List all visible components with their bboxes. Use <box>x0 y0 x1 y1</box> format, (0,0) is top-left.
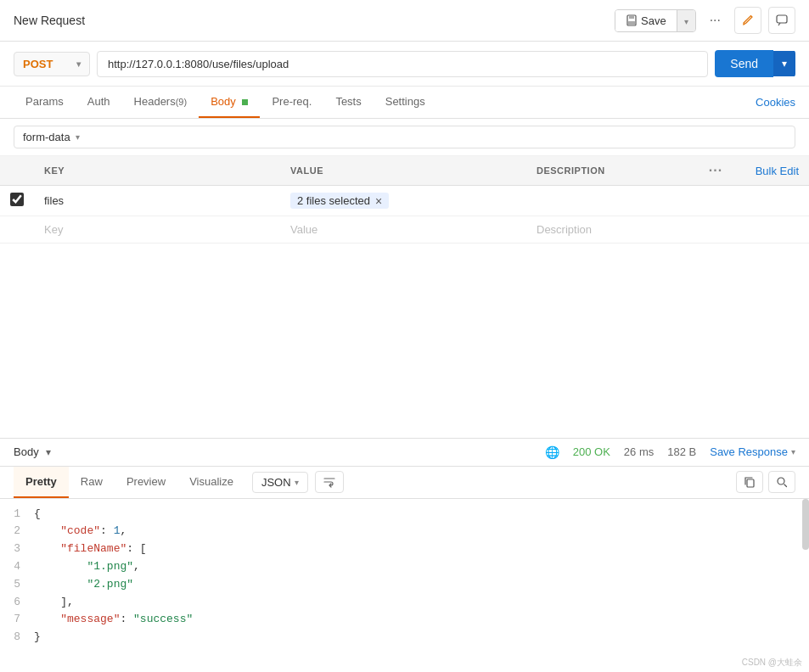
tab-headers[interactable]: Headers(9) <box>122 87 199 118</box>
send-chevron-icon: ▾ <box>782 58 787 70</box>
headers-badge: (9) <box>176 97 187 107</box>
svg-rect-1 <box>629 15 634 19</box>
request-tabs: Params Auth Headers(9) Body Pre-req. Tes… <box>14 87 437 118</box>
response-title: Body <box>14 445 39 458</box>
response-time: 26 ms <box>624 445 654 458</box>
response-title-chevron-icon[interactable]: ▾ <box>46 446 51 458</box>
save-response-button[interactable]: Save Response ▾ <box>710 445 795 458</box>
col-header-value: VALUE <box>280 156 526 186</box>
form-data-chevron-icon: ▾ <box>76 132 80 142</box>
word-wrap-icon <box>323 475 336 489</box>
placeholder-value-cell[interactable]: Value <box>280 216 526 244</box>
row-value-cell: 2 files selected × <box>280 186 526 216</box>
json-format-chevron-icon: ▾ <box>295 478 299 487</box>
send-button[interactable]: Send <box>715 50 773 77</box>
request-title: New Request <box>14 14 85 27</box>
save-dropdown-button[interactable]: ▾ <box>677 10 695 31</box>
json-format-select[interactable]: JSON ▾ <box>252 472 308 493</box>
json-line-7: 7 "message": "success" <box>0 611 809 629</box>
comment-icon-button[interactable] <box>768 7 795 34</box>
json-line-3: 3 "fileName": [ <box>0 540 809 558</box>
chevron-down-icon: ▾ <box>684 17 688 26</box>
body-active-dot <box>242 99 248 105</box>
table-more-icon[interactable]: ··· <box>709 163 722 177</box>
edit-icon-button[interactable] <box>734 7 761 34</box>
cookies-link[interactable]: Cookies <box>756 87 795 117</box>
more-options-button[interactable]: ··· <box>703 9 728 31</box>
files-selected-label: 2 files selected <box>297 194 370 207</box>
word-wrap-button[interactable] <box>315 471 344 493</box>
files-selected-tag[interactable]: 2 files selected × <box>290 193 389 209</box>
col-header-bulk: Bulk Edit <box>741 156 809 186</box>
json-line-4: 4 "1.png", <box>0 558 809 576</box>
url-input[interactable] <box>97 51 708 77</box>
url-bar: POST ▾ Send ▾ <box>0 42 809 87</box>
form-data-label: form-data <box>23 131 70 143</box>
response-tab-visualize[interactable]: Visualize <box>177 467 245 498</box>
tab-body[interactable]: Body <box>199 87 260 118</box>
response-tabs: Pretty Raw Preview Visualize JSON ▾ <box>14 467 344 498</box>
col-header-actions: ··· <box>690 156 741 186</box>
tab-settings[interactable]: Settings <box>374 87 437 118</box>
col-header-description: DESCRIPTION <box>526 156 690 186</box>
json-line-6: 6 ], <box>0 594 809 612</box>
row-desc-cell <box>526 186 690 216</box>
files-tag-remove-icon[interactable]: × <box>375 195 382 207</box>
globe-icon: 🌐 <box>545 445 559 459</box>
svg-rect-2 <box>628 21 635 25</box>
header-left: New Request <box>14 14 85 27</box>
header-right: Save ▾ ··· <box>615 7 795 34</box>
save-icon <box>626 14 638 26</box>
placeholder-key-cell[interactable]: Key <box>34 216 280 244</box>
svg-point-5 <box>778 478 784 484</box>
method-select[interactable]: POST ▾ <box>14 52 90 76</box>
save-button[interactable]: Save <box>615 10 677 31</box>
scrollbar[interactable] <box>802 499 809 550</box>
json-line-1: 1 { <box>0 506 809 524</box>
response-tab-pretty[interactable]: Pretty <box>14 467 69 498</box>
send-dropdown-button[interactable]: ▾ <box>773 51 795 76</box>
copy-icon <box>744 476 756 488</box>
json-line-8: 8 } <box>0 629 809 647</box>
response-header-right: 🌐 200 OK 26 ms 182 B Save Response ▾ <box>545 445 795 459</box>
placeholder-desc-cell[interactable]: Description <box>526 216 690 244</box>
tab-auth[interactable]: Auth <box>76 87 122 118</box>
request-tabs-bar: Params Auth Headers(9) Body Pre-req. Tes… <box>0 87 809 119</box>
table-header-row: KEY VALUE DESCRIPTION ··· Bulk Edit <box>0 156 809 186</box>
tab-params[interactable]: Params <box>14 87 76 118</box>
svg-rect-4 <box>747 479 754 487</box>
table-placeholder-row: Key Value Description <box>0 216 809 244</box>
save-button-group: Save ▾ <box>615 9 696 32</box>
comment-icon <box>776 14 788 26</box>
placeholder-value-text: Value <box>290 223 317 236</box>
tab-prereq[interactable]: Pre-req. <box>260 87 323 118</box>
method-label: POST <box>23 58 53 70</box>
placeholder-desc-text: Description <box>537 223 592 236</box>
response-tab-preview[interactable]: Preview <box>115 467 177 498</box>
params-table: KEY VALUE DESCRIPTION ··· Bulk Edit <box>0 156 809 244</box>
tab-tests[interactable]: Tests <box>323 87 373 118</box>
json-line-5: 5 "2.png" <box>0 576 809 594</box>
json-viewer: 1 { 2 "code": 1, 3 "fileName": [ 4 "1.pn… <box>0 499 809 653</box>
row-key-value: files <box>44 194 64 207</box>
json-line-2: 2 "code": 1, <box>0 523 809 540</box>
json-format-label: JSON <box>261 476 291 489</box>
form-data-select[interactable]: form-data ▾ <box>14 126 795 148</box>
row-checkbox[interactable] <box>10 193 24 206</box>
response-size: 182 B <box>667 445 696 458</box>
header: New Request Save ▾ ··· <box>0 0 809 42</box>
response-tabs-bar: Pretty Raw Preview Visualize JSON ▾ <box>0 467 809 499</box>
response-header-left: Body ▾ <box>14 445 51 458</box>
watermark: CSDN @大蛙余 <box>0 653 809 672</box>
save-response-chevron-icon: ▾ <box>791 447 795 456</box>
row-key-cell: files <box>34 186 280 216</box>
bulk-edit-button[interactable]: Bulk Edit <box>756 165 799 177</box>
response-tab-raw[interactable]: Raw <box>69 467 115 498</box>
response-header: Body ▾ 🌐 200 OK 26 ms 182 B Save Respons… <box>0 439 809 467</box>
copy-button[interactable] <box>736 471 763 493</box>
row-check-cell <box>0 186 34 216</box>
search-button[interactable] <box>768 471 795 493</box>
row-actions-cell <box>690 186 741 216</box>
placeholder-key-text: Key <box>44 223 63 236</box>
send-button-group: Send ▾ <box>715 50 795 77</box>
